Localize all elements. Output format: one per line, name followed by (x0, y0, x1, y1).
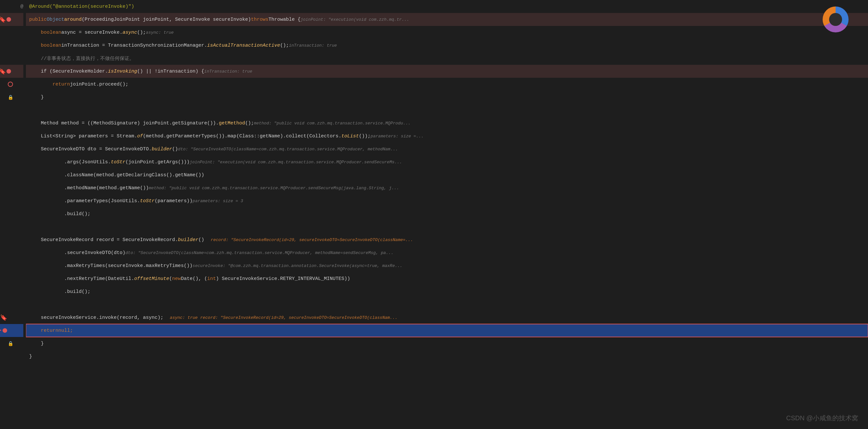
gutter-row-9 (0, 104, 23, 117)
code-line-25: secureInvokeService.invoke(record, async… (26, 311, 868, 324)
token: null; (58, 328, 73, 333)
token: @Around("@annotation(secureInvoke)") (29, 4, 134, 9)
code-line-26: return null; (26, 324, 868, 337)
token: .maxRetryTimes(secureInvoke.maxRetryTime… (29, 263, 192, 269)
gutter-row-16 (0, 194, 23, 207)
gutter-row-25: 🔖 (0, 311, 23, 324)
token: of (137, 133, 143, 139)
code-line-16: .parameterTypes(JsonUtils. toStr (parame… (26, 194, 868, 207)
code-line-20: .secureInvokeDTO(dto) dto: "SecureInvoke… (26, 246, 868, 259)
gutter-row-7 (0, 78, 23, 91)
token: record: "SecureInvokeRecord(id=29, secur… (211, 237, 413, 242)
token (29, 81, 53, 87)
token: if (SecureInvokeHolder. (29, 69, 108, 74)
token: .build(); (29, 289, 90, 295)
token: Method method = ((MethodSignature) joinP… (29, 121, 219, 126)
token: new (172, 276, 181, 282)
code-line-11: List<String> parameters = Stream. of (me… (26, 130, 868, 142)
code-line-4: boolean inTransaction = TransactionSynch… (26, 39, 868, 52)
token: toStr (140, 198, 155, 204)
token (29, 30, 41, 35)
token: return (53, 81, 70, 87)
token: offsetMinute (134, 276, 169, 282)
breakpoint-dot-26[interactable] (3, 328, 7, 333)
token: around (64, 17, 82, 22)
gutter-row-5 (0, 52, 23, 65)
token: async = secureInvoke. (61, 30, 123, 35)
editor: @ 🔖 🔖 🔒 (0, 0, 868, 429)
token: (ProceedingJoinPoint joinPoint, SecureIn… (82, 17, 251, 22)
gutter-row-13 (0, 156, 23, 168)
throws-keyword: throws (251, 17, 268, 22)
token: inTransaction = TransactionSynchronizati… (61, 43, 207, 48)
token: toStr (111, 159, 125, 165)
lock-icon-8: 🔒 (8, 95, 13, 100)
token: boolean (41, 43, 61, 48)
bookmark-icon-2[interactable]: 🔖 (0, 16, 6, 23)
token: dto: "SecureInvokeDTO(className=com.zzh.… (125, 251, 394, 255)
code-line-9 (26, 104, 868, 117)
token: async (123, 30, 137, 35)
gutter-row-22 (0, 272, 23, 285)
code-line-1: @Around("@annotation(secureInvoke)") (26, 0, 868, 13)
bookmark-icon-25[interactable]: 🔖 (0, 314, 7, 321)
token: joinPoint: "execution(void com.zzh.mq.tr… (190, 160, 402, 165)
gutter-row-21 (0, 259, 23, 272)
token: (); (245, 121, 254, 126)
breakpoint-dot-6[interactable] (6, 69, 11, 73)
gutter-row-2: 🔖 (0, 13, 23, 26)
gutter-row-20 (0, 246, 23, 259)
token: joinPoint.proceed(); (70, 81, 128, 87)
debug-arrow-26: ➤ (0, 327, 2, 334)
code-line-6: if (SecureInvokeHolder. isInvoking () ||… (26, 65, 868, 78)
breakpoint-dot-2[interactable] (6, 17, 11, 22)
token: () || !inTransaction) { (137, 69, 204, 74)
token: joinPoint: "execution(void com.zzh.mq.tr… (301, 17, 409, 22)
gutter-row-24 (0, 298, 23, 311)
bookmark-icon-6[interactable]: 🔖 (0, 68, 6, 75)
gutter-row-10 (0, 117, 23, 130)
token: } (29, 341, 44, 346)
code-line-12: SecureInvokeDTO dto = SecureInvokeDTO. b… (26, 142, 868, 156)
token: isActualTransactionActive (207, 43, 280, 48)
token (29, 43, 41, 48)
logo-circle (823, 6, 848, 32)
gutter-row-12 (0, 142, 23, 156)
gutter-row-4 (0, 39, 23, 52)
token: public (29, 17, 47, 22)
token: .className(method.getDeclaringClass().ge… (29, 172, 204, 178)
code-line-5: //非事务状态，直接执行，不做任何保证。 (26, 52, 868, 65)
gutter-row-27: 🔒 (0, 337, 23, 350)
token: List<String> parameters = Stream. (29, 133, 137, 139)
code-line-24 (26, 298, 868, 311)
code-area: @Around("@annotation(secureInvoke)") pub… (26, 0, 868, 429)
token: secureInvokeService.invoke(record, async… (29, 315, 163, 321)
token: )) (344, 276, 350, 282)
token: int (207, 276, 216, 282)
token: ( (169, 276, 172, 282)
gutter-row-3 (0, 26, 23, 39)
gutter-row-19 (0, 233, 23, 246)
token: async: true record: "SecureInvokeRecord(… (170, 315, 397, 320)
token: inTransaction: true (204, 69, 252, 74)
token: ()); (359, 133, 370, 139)
code-line-7: return joinPoint.proceed(); (26, 78, 868, 91)
gutter-row-23 (0, 285, 23, 298)
code-line-22: .nextRetryTime(DateUtil. offsetMinute ( … (26, 272, 868, 285)
gutter-row-11 (0, 130, 23, 142)
token: (parameters)) (155, 198, 192, 204)
token: method: "public void com.zzh.mq.transact… (254, 121, 411, 126)
token: getMethod (219, 121, 245, 126)
token: //非事务状态，直接执行，不做任何保证。 (41, 56, 134, 62)
gutter-row-14 (0, 168, 23, 182)
token: .args(JsonUtils. (29, 159, 111, 165)
token: Throwable { (268, 17, 301, 22)
code-line-23: .build(); (26, 285, 868, 298)
token: .secureInvokeDTO(dto) (29, 250, 125, 256)
token: parameters: size =... (370, 134, 424, 139)
token: async: true (146, 30, 174, 35)
code-line-18 (26, 220, 868, 233)
token: } (29, 354, 32, 359)
code-line-13: .args(JsonUtils. toStr (joinPoint.getArg… (26, 156, 868, 168)
code-line-8: } (26, 91, 868, 104)
